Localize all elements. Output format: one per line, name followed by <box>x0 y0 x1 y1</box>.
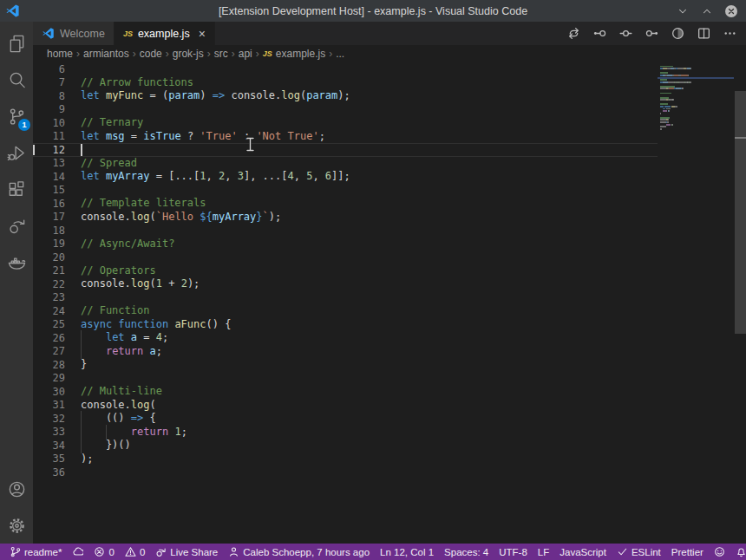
line-number: 30 <box>33 386 65 398</box>
code-line[interactable]: 28} <box>33 358 658 372</box>
split-editor-icon[interactable] <box>697 26 711 41</box>
code-line[interactable]: 33 return 1; <box>33 426 658 440</box>
person-icon <box>228 546 239 557</box>
sidebar-item-explorer[interactable] <box>0 25 33 62</box>
code-line[interactable]: 9 <box>33 103 658 117</box>
status-bar: readme*00Live Share Caleb Schoepp, 7 hou… <box>0 544 746 560</box>
breadcrumb-item-src[interactable]: src <box>214 48 228 60</box>
breadcrumb-item-[interactable]: ... <box>336 48 344 60</box>
code-line[interactable]: 10// Ternary <box>33 116 658 130</box>
vertical-scrollbar[interactable] <box>734 62 746 544</box>
breadcrumb-item-armiantos[interactable]: armiantos <box>83 48 129 60</box>
code-line[interactable]: 18 <box>33 224 658 238</box>
status-eslint-status[interactable]: ESLint <box>612 544 666 560</box>
status-warnings-count[interactable]: 0 <box>120 544 150 560</box>
tab-welcome[interactable]: Welcome <box>33 22 115 45</box>
sidebar-item-search[interactable] <box>0 62 33 98</box>
status-prettier-status[interactable]: Prettier <box>666 544 709 560</box>
code-line[interactable]: 6 <box>33 62 658 76</box>
code-line[interactable]: 26 let a = 4; <box>33 331 658 345</box>
code-lines[interactable]: 67// Arrow functions8let myFunc = (param… <box>33 62 658 479</box>
status-encoding[interactable]: UTF-8 <box>494 544 533 560</box>
status-git-branch-status[interactable]: readme* <box>4 544 67 560</box>
status-indentation[interactable]: Spaces: 4 <box>439 544 494 560</box>
code-line[interactable]: 25async function aFunc() { <box>33 318 658 332</box>
code-line[interactable]: 35); <box>33 453 658 466</box>
gear-icon <box>7 516 27 536</box>
toggle-file-blame-icon[interactable] <box>671 26 685 41</box>
code-line[interactable]: 31console.log( <box>33 399 658 413</box>
breadcrumb-item-example-js[interactable]: example.js <box>276 48 325 60</box>
sidebar-item-accounts[interactable] <box>0 471 33 507</box>
breadcrumb-item-home[interactable]: home <box>47 48 73 60</box>
sidebar-item-extensions[interactable] <box>0 171 33 207</box>
code-line[interactable]: 24// Function <box>33 304 658 318</box>
breadcrumb-item-code[interactable]: code <box>140 48 162 60</box>
code-text <box>81 466 658 479</box>
code-line[interactable]: 34 })() <box>33 439 658 453</box>
warning-triangle-icon <box>125 546 136 557</box>
sidebar-item-source-control[interactable]: 1 <box>0 98 33 134</box>
code-line[interactable]: 29 <box>33 372 658 386</box>
code-text: })() <box>81 439 658 453</box>
status-notifications[interactable] <box>730 544 746 560</box>
minimize-button[interactable] <box>675 3 690 19</box>
breadcrumb-separator-icon: › <box>166 48 169 60</box>
code-line[interactable]: 11let msg = isTrue ? 'True' : 'Not True'… <box>33 130 658 144</box>
status-live-share-status[interactable]: Live Share <box>150 544 223 560</box>
code-line[interactable]: 20 <box>33 251 658 264</box>
line-number: 20 <box>33 251 65 264</box>
status-eol-sequence[interactable]: LF <box>533 544 554 560</box>
sidebar-item-docker[interactable] <box>0 244 33 280</box>
code-line[interactable]: 19// Async/Await? <box>33 238 658 251</box>
code-text: } <box>81 358 658 372</box>
code-line[interactable]: 13// Spread <box>33 157 658 171</box>
code-line[interactable]: 27 return a; <box>33 345 658 359</box>
sidebar-item-live-share[interactable] <box>0 207 33 244</box>
code-line[interactable]: 22console.log(1 + 2); <box>33 277 658 291</box>
line-number: 6 <box>33 63 65 75</box>
status-publish-changes[interactable] <box>67 544 88 560</box>
line-number: 7 <box>33 76 65 88</box>
code-editor[interactable]: 67// Arrow functions8let myFunc = (param… <box>33 62 746 544</box>
more-actions-icon[interactable] <box>723 26 737 41</box>
breadcrumb: home›armiantos›code›grok-js›src›api›JSex… <box>33 45 746 62</box>
scrollbar-thumb[interactable] <box>735 91 746 334</box>
open-changes-next-revision-icon[interactable] <box>645 26 659 41</box>
line-number: 28 <box>33 359 65 371</box>
text-cursor <box>33 145 35 155</box>
run-and-debug-icon <box>7 143 27 163</box>
status-feedback[interactable] <box>709 544 730 560</box>
status-cursor-position[interactable]: Ln 12, Col 1 <box>375 544 439 560</box>
code-line[interactable]: 8let myFunc = (param) => console.log(par… <box>33 89 658 103</box>
maximize-button[interactable] <box>699 3 715 19</box>
status-label: JavaScript <box>560 547 606 557</box>
code-line[interactable]: 16// Template literals <box>33 197 658 211</box>
close-button[interactable] <box>723 3 739 19</box>
code-line[interactable]: 15 <box>33 184 658 198</box>
breadcrumb-item-grok-js[interactable]: grok-js <box>173 48 204 60</box>
tab-close-icon[interactable]: × <box>199 28 206 40</box>
code-line[interactable]: 36 <box>33 466 658 479</box>
status-language-mode[interactable]: JavaScript <box>554 544 612 560</box>
code-line[interactable]: 32 (() => { <box>33 412 658 426</box>
code-line[interactable]: 21// Operators <box>33 264 658 278</box>
code-line[interactable]: 23 <box>33 291 658 305</box>
tab-example-js[interactable]: JSexample.js× <box>115 22 215 45</box>
code-line[interactable]: 17console.log(`Hello ${myArray}`); <box>33 211 658 225</box>
breadcrumb-item-api[interactable]: api <box>239 48 252 60</box>
status-errors-count[interactable]: 0 <box>88 544 119 560</box>
status-label: LF <box>538 547 549 557</box>
sidebar-item-settings[interactable] <box>0 507 33 544</box>
status-git-blame-annotation[interactable]: Caleb Schoepp, 7 hours ago <box>223 544 375 560</box>
code-line[interactable]: 14let myArray = [...[1, 2, 3], ...[4, 5,… <box>33 170 658 184</box>
sidebar-item-run-debug[interactable] <box>0 134 33 171</box>
code-text: ); <box>81 453 658 466</box>
minimap[interactable] <box>658 63 734 133</box>
code-line[interactable]: 30// Multi-line <box>33 385 658 399</box>
open-changes-previous-revision-icon[interactable] <box>592 26 607 41</box>
open-changes-icon[interactable] <box>566 26 581 41</box>
code-line[interactable]: 12 <box>33 143 658 157</box>
code-line[interactable]: 7// Arrow functions <box>33 76 658 90</box>
open-changes-working-file-icon[interactable] <box>618 26 633 41</box>
